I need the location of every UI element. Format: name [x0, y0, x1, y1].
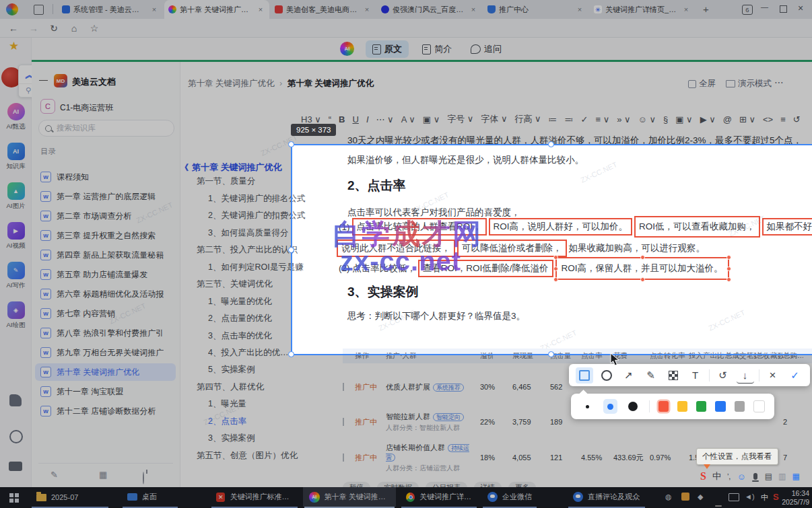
resize-handle[interactable] — [726, 266, 731, 271]
list-marker: (1) — [339, 222, 350, 232]
section-heading-case: 3、实操案例 — [347, 283, 419, 301]
annotation-rect[interactable]: 如果都不好， — [762, 218, 812, 235]
ime-emoji-icon[interactable]: ☺ — [737, 472, 745, 482]
dim-overlay-top — [0, 0, 812, 145]
ime-toolbar: S 中 ’, ☺ ▤ ▥ ▦ — [700, 470, 800, 482]
selection-handle[interactable] — [288, 247, 294, 253]
screen: 系统管理 - 美迪云管理 × 第十章 关键词推广优化 × 美迪创客_美迪电商_美… — [0, 0, 812, 508]
content-line-1: (1) 点击率比较高的人群查看ROI， ROI高，说明人群好，可以加价。 ROI… — [339, 216, 812, 238]
ime-toolbox-icon[interactable]: ▦ — [792, 472, 799, 481]
stroke-medium-selected[interactable] — [603, 399, 617, 414]
stroke-small[interactable] — [580, 399, 595, 414]
annotation-rect[interactable]: ROI低，可以查看收藏加购， — [634, 216, 760, 238]
mouse-cursor — [610, 353, 620, 367]
cancel-capture-button[interactable]: × — [764, 367, 782, 384]
ime-mic-icon[interactable] — [753, 473, 757, 480]
annotation-rect[interactable]: 说明此人群不适合此链接， — [337, 240, 455, 257]
ime-keyboard-icon[interactable]: ▤ — [765, 472, 772, 481]
paragraph: 如果溢价够，但人群曝光还是很少，说明人群体量比较小。 — [347, 154, 584, 166]
divider — [649, 400, 650, 412]
pen-tool[interactable]: ✎ — [642, 367, 660, 384]
resize-handle[interactable] — [553, 255, 558, 260]
annotation-rect[interactable]: 查看ROI，ROI低删除/降低溢价 — [418, 260, 553, 277]
tooltip-pointer — [704, 464, 710, 469]
confirm-capture-button[interactable]: ✓ — [786, 367, 804, 384]
color-yellow[interactable] — [677, 401, 687, 412]
selection-handle[interactable] — [548, 141, 554, 147]
content-line-3: (2) 点击率比较低， 查看ROI，ROI低删除/降低溢价 ROI高，保留人群，… — [339, 257, 729, 280]
selection-handle[interactable] — [548, 351, 554, 357]
annotation-rect[interactable]: 可以降低溢价或者删除， — [457, 240, 567, 257]
sogou-logo-icon[interactable]: S — [700, 470, 706, 482]
annotation-toolbar: ↗ ✎ T ↺ ↓ × ✓ — [569, 364, 810, 386]
color-blue[interactable] — [715, 401, 725, 412]
tiled-watermark: ZX-CC.NET — [579, 160, 618, 184]
annotation-rect-selected[interactable]: ROI高，保留人群，并且可以加大溢价。 — [555, 257, 729, 280]
ime-punct-icon[interactable]: ’, — [727, 472, 731, 480]
content-line-2: 说明此人群不适合此链接， 可以降低溢价或者删除， 如果收藏加购高，可以进行观察。 — [337, 240, 705, 257]
resize-handle[interactable] — [726, 255, 731, 260]
selection-handle[interactable] — [288, 141, 294, 147]
ellipse-tool[interactable] — [598, 367, 615, 384]
undo-button[interactable]: ↺ — [714, 367, 732, 384]
annotation-rect[interactable]: ROI高，说明人群好，可以加价。 — [489, 218, 633, 235]
text-tool[interactable]: T — [687, 367, 704, 384]
selection-handle[interactable] — [288, 351, 294, 357]
mosaic-tool[interactable] — [665, 367, 682, 384]
divider — [759, 369, 759, 382]
ime-tooltip[interactable]: 个性设置，点我看看 — [696, 448, 778, 465]
divider — [709, 369, 710, 382]
resize-handle[interactable] — [640, 255, 645, 260]
capture-size-label: 925 × 373 — [291, 124, 336, 136]
color-red-selected[interactable] — [658, 401, 669, 412]
section-heading-ctr: 2、点击率 — [347, 177, 406, 194]
color-white[interactable] — [753, 400, 765, 412]
arrow-tool[interactable]: ↗ — [620, 367, 638, 384]
ime-skin-icon[interactable]: ▥ — [778, 472, 786, 481]
list-marker: (2) 点击率比较低， — [339, 262, 416, 275]
resize-handle[interactable] — [640, 277, 645, 282]
tiled-watermark: ZX-CC.NET — [707, 308, 746, 332]
save-button[interactable]: ↓ — [737, 367, 754, 384]
ime-lang-icon[interactable]: 中 — [712, 470, 721, 482]
rectangle-tool[interactable] — [576, 367, 593, 384]
annotation-rect[interactable]: 点击率比较高的人群查看ROI， — [352, 218, 487, 235]
color-gray[interactable] — [735, 401, 745, 412]
paragraph: 思考：判断以下哪个人群更好？临界值是3。 — [347, 310, 525, 322]
color-green[interactable] — [696, 401, 706, 412]
paragraph: 如果收藏加购高，可以进行观察。 — [569, 242, 706, 254]
resize-handle[interactable] — [553, 277, 558, 282]
resize-handle[interactable] — [726, 277, 731, 282]
dim-overlay-left — [0, 145, 291, 355]
stroke-style-panel — [571, 394, 774, 419]
stroke-large[interactable] — [626, 399, 640, 414]
resize-handle[interactable] — [553, 266, 558, 271]
